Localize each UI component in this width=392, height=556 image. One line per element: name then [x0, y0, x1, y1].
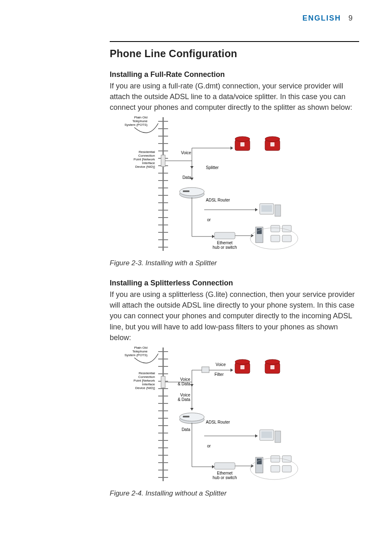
- pots-label: Plain OldTelephoneSystem (POTS): [125, 116, 148, 127]
- svg-marker-22: [231, 146, 233, 150]
- phone-icon: [235, 137, 250, 151]
- phone-icon: [265, 137, 280, 151]
- svg-marker-90: [212, 465, 214, 468]
- svg-rect-48: [282, 235, 291, 242]
- voice-label: Voice: [216, 362, 226, 367]
- language-label: ENGLISH: [302, 14, 341, 22]
- svg-rect-97: [271, 466, 280, 472]
- svg-point-77: [265, 359, 280, 364]
- svg-rect-38: [214, 232, 235, 239]
- section-title: Phone Line Configuration: [110, 48, 359, 60]
- paragraph-full-rate: If you are using a full-rate (G.dmt) con…: [110, 81, 359, 113]
- pole-icon: [158, 117, 168, 251]
- svg-rect-44: [257, 228, 262, 234]
- svg-rect-37: [275, 205, 281, 216]
- ethernet-label: Ethernethub or switch: [213, 241, 237, 250]
- nid-icon: [161, 376, 165, 388]
- or-label: or: [207, 218, 211, 222]
- section-rule: [110, 41, 359, 42]
- page-content: Phone Line Configuration Installing a Fu…: [110, 41, 359, 509]
- svg-rect-98: [282, 466, 291, 472]
- hub-icon: [214, 232, 235, 239]
- data-label: Data: [182, 175, 191, 180]
- page-number: 9: [348, 14, 353, 22]
- figure-2-3-caption: Figure 2-3. Installing with a Splitter: [110, 259, 359, 267]
- page-header: ENGLISH9: [302, 14, 353, 23]
- svg-rect-31: [183, 190, 189, 192]
- svg-marker-92: [251, 464, 254, 468]
- svg-marker-72: [231, 368, 233, 372]
- svg-rect-87: [275, 431, 281, 442]
- svg-marker-84: [255, 434, 258, 438]
- svg-marker-40: [212, 235, 214, 238]
- adsl-router-label: ADSL Router: [206, 420, 230, 424]
- computer-icon: [260, 204, 281, 216]
- svg-marker-42: [251, 234, 254, 237]
- ethernet-label: Ethernethub or switch: [213, 471, 237, 480]
- svg-rect-75: [240, 365, 244, 369]
- svg-marker-34: [255, 208, 258, 211]
- svg-rect-47: [271, 235, 280, 242]
- svg-point-27: [265, 137, 280, 141]
- down-arrow-icon: [190, 408, 194, 410]
- svg-rect-81: [183, 416, 189, 417]
- svg-rect-95: [271, 456, 280, 462]
- figure-2-4-caption: Figure 2-4. Installing without a Splitte…: [110, 489, 359, 498]
- data-label: Data: [182, 427, 191, 432]
- svg-rect-78: [270, 365, 274, 369]
- adsl-router-label: ADSL Router: [206, 198, 230, 202]
- figure-2-4: Plain OldTelephoneSystem (POTS) Resident…: [110, 345, 359, 486]
- down-arrow-icon: [190, 166, 194, 169]
- pole-icon: [158, 348, 168, 481]
- svg-rect-88: [214, 463, 235, 469]
- svg-point-24: [235, 137, 250, 141]
- phone-icon: [235, 359, 250, 373]
- or-label: or: [207, 444, 211, 448]
- hub-icon: [214, 463, 235, 469]
- svg-rect-45: [271, 225, 280, 232]
- pots-label: Plain OldTelephoneSystem (POTS): [125, 346, 148, 357]
- router-icon: [180, 413, 204, 424]
- down-arrow-icon: [190, 384, 194, 387]
- voice-data-label: Voice& Data: [178, 377, 190, 386]
- subheading-splitterless: Installing a Splitterless Connection: [110, 279, 359, 287]
- svg-rect-28: [270, 142, 274, 146]
- nid-icon: [161, 155, 165, 167]
- voice-data-label: Voice& Data: [178, 393, 190, 402]
- splitter-label: Splitter: [206, 165, 219, 170]
- svg-rect-94: [257, 459, 262, 464]
- paragraph-splitterless: If you are using a splitterless (G.lite)…: [110, 289, 359, 343]
- router-icon: [180, 188, 204, 198]
- filter-icon: [202, 367, 209, 373]
- figure-2-3: Plain OldTelephoneSystem (POTS) Resident…: [110, 115, 359, 256]
- svg-point-74: [235, 359, 250, 364]
- phone-icon: [265, 359, 280, 373]
- nid-label: ResidentialConnectionPoint [NetworkInter…: [134, 371, 155, 390]
- computer-icon: [260, 430, 281, 442]
- nid-label: ResidentialConnectionPoint [NetworkInter…: [134, 150, 155, 169]
- subheading-full-rate: Installing a Full-Rate Connection: [110, 70, 359, 79]
- filter-label: Filter: [214, 372, 224, 377]
- svg-rect-36: [261, 205, 272, 212]
- svg-rect-86: [261, 431, 272, 438]
- svg-rect-25: [240, 142, 244, 146]
- voice-label: Voice: [181, 151, 191, 155]
